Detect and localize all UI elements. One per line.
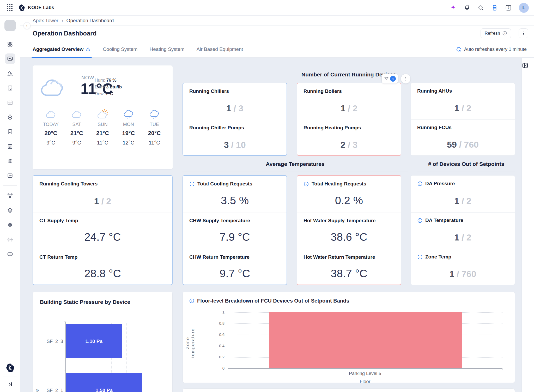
- forecast-high: 20°C: [148, 130, 161, 137]
- breadcrumb-item-site[interactable]: Apex Tower: [33, 18, 58, 23]
- tab-heating-system[interactable]: Heating System: [149, 41, 184, 57]
- sidebar-item-network[interactable]: [5, 190, 15, 201]
- brand-name: KODE Labs: [28, 5, 54, 10]
- help-chat-icon[interactable]: ?: [505, 4, 512, 11]
- sidebar-item-timer[interactable]: [5, 112, 15, 122]
- forecast-day: TUE 20°C 11°C: [143, 109, 165, 146]
- info-icon[interactable]: [417, 218, 423, 223]
- sidebar-item-preview-card[interactable]: [5, 156, 15, 166]
- sidebar-item-meter[interactable]: [5, 249, 15, 259]
- forecast-day: TODAY 20°C 9°C: [40, 109, 62, 146]
- user-avatar[interactable]: L: [519, 3, 529, 13]
- page-title: Operation Dashboard: [33, 30, 96, 37]
- brand[interactable]: KODE Labs: [18, 4, 54, 11]
- weather-forecast: TODAY 20°C 9°C SAT 21°C 9°C: [33, 109, 173, 146]
- page-kebab-menu-button[interactable]: [519, 28, 528, 38]
- release-notes-icon[interactable]: [491, 4, 498, 11]
- info-icon[interactable]: [417, 254, 423, 260]
- org-avatar[interactable]: [4, 20, 16, 31]
- info-icon[interactable]: [417, 181, 423, 186]
- filter-funnel-icon: [384, 76, 389, 81]
- chip-icon: [7, 222, 13, 228]
- bar-row: SF_2_1 1.50 Pa: [33, 373, 173, 392]
- share-export-icon[interactable]: [86, 47, 91, 52]
- x-category-label: Parking Level 5: [228, 371, 502, 376]
- forecast-day: MON 19°C 12°C: [118, 109, 139, 146]
- dashboard-grid-icon: [7, 41, 13, 47]
- sidebar-item-broadcast[interactable]: [5, 234, 15, 245]
- bar: [269, 312, 462, 368]
- static-pressure-bar-chart: SF_2_3 1.10 Pa SF_2_1 1.50 Pa Device: [33, 292, 173, 392]
- tab-label: Cooling System: [103, 46, 137, 52]
- bar: 1.10 Pa: [66, 324, 122, 358]
- chevron-right-icon: ›: [62, 17, 63, 23]
- collapse-panel-button[interactable]: ›: [23, 22, 31, 29]
- sidebar-item-chip[interactable]: [5, 220, 15, 230]
- stat-ratio: 1/2: [411, 196, 515, 206]
- y-tick-label: 0.4: [213, 343, 224, 348]
- stat-label: Running Heating Pumps: [304, 125, 361, 131]
- stat-label: CHW Return Temperature: [189, 254, 250, 260]
- collapse-right-panel-icon[interactable]: [522, 62, 529, 69]
- svg-text:?: ?: [504, 32, 506, 35]
- auto-refresh-text: Auto refreshes every 1 minute: [464, 47, 527, 52]
- forecast-low: 11°C: [97, 140, 108, 146]
- bar-value-label: 1.10 Pa: [86, 339, 103, 344]
- sidebar-item-trend-chart[interactable]: [5, 170, 15, 181]
- sidebar-item-calendar[interactable]: [5, 97, 15, 108]
- expand-sidebar-icon[interactable]: [7, 381, 13, 387]
- sidebar-item-report-check[interactable]: [5, 83, 15, 93]
- setpoints-card[interactable]: DA Pressure 1/2 DA Temperature 1/2 Zone …: [411, 175, 515, 285]
- stat-label: Running Cooling Towers: [39, 181, 98, 187]
- notifications-bell-icon[interactable]: [464, 4, 470, 11]
- layers-icon: [7, 207, 13, 213]
- heating-requests-card[interactable]: Total Heating Requests 0.2 % Hot Water S…: [297, 175, 401, 285]
- tab-aggregated-overview[interactable]: Aggregated Overview: [33, 41, 91, 57]
- sidebar-item-building-explorer[interactable]: [5, 68, 15, 79]
- network-nodes-icon: [7, 193, 13, 199]
- tab-cooling-system[interactable]: Cooling System: [103, 41, 137, 57]
- forecast-day-name: SUN: [98, 122, 107, 127]
- stat-label: CHW Supply Temperature: [189, 218, 250, 224]
- operation-dashboard-app: KODE Labs ? L: [0, 0, 534, 392]
- sidebar-item-operation-dashboard[interactable]: [5, 53, 15, 64]
- forecast-high: 21°C: [96, 130, 109, 137]
- building-search-icon: [7, 70, 13, 76]
- search-icon[interactable]: [477, 4, 484, 11]
- forecast-low: 12°C: [123, 140, 134, 146]
- stat-value: 9.7 °C: [183, 267, 287, 280]
- filter-button[interactable]: 1: [382, 74, 398, 83]
- app-launcher-grid-icon[interactable]: [6, 4, 14, 11]
- stat-value: 7.9 °C: [183, 231, 287, 243]
- info-icon[interactable]: [304, 181, 309, 187]
- weather-stat-dewpoint: Dew:7°C: [95, 91, 122, 97]
- stat-ratio: 1/2: [411, 232, 515, 243]
- operation-dashboard-icon: [7, 56, 13, 62]
- sidebar-item-layers[interactable]: [5, 205, 15, 215]
- tab-label: Aggregated Overview: [33, 46, 83, 52]
- right-rail: [521, 58, 534, 392]
- ai-sparkle-icon[interactable]: [450, 4, 457, 11]
- sidebar-item-document-check[interactable]: [5, 126, 15, 137]
- refresh-button[interactable]: Refresh ?: [481, 28, 511, 38]
- kode-logo-icon: [5, 363, 15, 372]
- dashboard-content: NOW 11°C Hum:76 % Enth:3 btu/lb Dew:7°C …: [20, 58, 521, 392]
- boilers-card[interactable]: Running Boilers 1/2 Running Heating Pump…: [297, 83, 401, 156]
- cooling-requests-card[interactable]: Total Cooling Requests 3.5 % CHW Supply …: [183, 175, 287, 285]
- ahus-card[interactable]: Running AHUs 1/2 Running FCUs 59/760: [411, 83, 515, 156]
- sidebar-item-clipboard-list[interactable]: [5, 141, 15, 152]
- stat-label: Zone Temp: [417, 254, 451, 260]
- tab-air-based-equipment[interactable]: Air Based Equipment: [197, 41, 243, 57]
- section-kebab-button[interactable]: [401, 74, 410, 83]
- y-tick-label: 0.2: [213, 355, 224, 359]
- cooling-towers-card[interactable]: Running Cooling Towers 1/2 CT Supply Tem…: [33, 175, 173, 285]
- forecast-day-name: MON: [123, 122, 134, 127]
- chillers-card[interactable]: Running Chillers 1/3 Running Chiller Pum…: [183, 83, 287, 156]
- info-icon[interactable]: [189, 181, 195, 187]
- stat-ratio: 1/2: [411, 103, 515, 113]
- stat-value: 24.7 °C: [33, 231, 172, 243]
- sidebar-item-dashboard-grid[interactable]: [5, 39, 15, 49]
- bar: 1.50 Pa: [66, 373, 142, 392]
- section-title-running-devices: Number of Current Running Devices: [183, 71, 515, 78]
- kebab-icon: [404, 77, 408, 81]
